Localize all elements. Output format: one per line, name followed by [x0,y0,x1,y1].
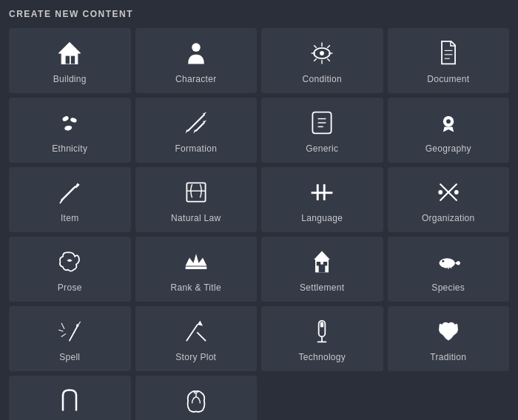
svg-line-32 [61,187,75,200]
card-natural-law[interactable]: Natural Law [135,167,258,232]
card-ethnicity[interactable]: Ethnicity [9,98,131,163]
settlement-icon [309,248,335,282]
svg-rect-2 [71,56,75,64]
vehicle-icon [56,387,83,420]
generic-icon [309,109,335,143]
svg-marker-33 [75,183,79,188]
tradition-icon [435,318,462,352]
card-technology[interactable]: Technology [261,306,383,371]
svg-line-11 [314,45,317,48]
card-story-plot[interactable]: Story Plot [135,306,258,371]
condition-label: Condition [303,74,342,84]
species-icon [435,248,462,282]
geography-label: Geography [426,143,471,154]
tradition-label: Tradition [430,352,466,362]
card-building[interactable]: Building [9,28,131,93]
card-item[interactable]: Item [9,167,131,232]
card-species[interactable]: Species [388,237,510,302]
spell-label: Spell [59,352,80,362]
svg-point-42 [438,190,443,194]
card-prose[interactable]: Prose [9,237,131,302]
document-label: Document [427,74,469,84]
svg-line-60 [198,333,206,341]
svg-line-52 [70,326,78,341]
building-icon [56,40,83,74]
organization-icon [435,179,462,213]
language-icon [309,179,335,213]
svg-line-57 [61,334,65,337]
svg-line-55 [61,323,64,328]
svg-line-12 [327,58,330,61]
character-label: Character [175,74,216,84]
card-generic[interactable]: Generic [261,98,383,163]
svg-point-43 [454,190,459,194]
item-icon [56,179,83,213]
card-formation[interactable]: Formation [135,98,258,163]
svg-point-20 [64,125,73,131]
technology-icon [309,318,335,352]
svg-point-19 [70,117,78,123]
svg-point-31 [446,119,451,123]
rpg-report-icon [183,387,209,420]
card-character[interactable]: Character [135,28,258,93]
svg-line-13 [327,45,330,48]
card-settlement[interactable]: Settlement [261,237,383,302]
svg-point-18 [62,115,70,122]
ethnicity-icon [56,109,83,143]
svg-rect-49 [323,262,327,265]
technology-label: Technology [298,352,346,362]
svg-marker-59 [198,321,203,326]
document-icon [435,40,462,74]
rank-title-label: Rank & Title [171,282,221,293]
svg-rect-39 [323,184,326,200]
card-language[interactable]: Language [261,167,383,232]
character-icon [183,40,209,74]
svg-line-58 [186,325,197,341]
card-condition[interactable]: Condition [261,28,383,93]
geography-icon [435,109,462,143]
svg-line-21 [188,115,204,131]
card-rank-title[interactable]: Rank & Title [135,237,258,302]
formation-label: Formation [175,143,217,154]
formation-icon [183,109,209,143]
svg-point-4 [192,43,201,52]
story-plot-icon [183,318,209,352]
content-grid: BuildingCharacterConditionDocumentEthnic… [9,28,509,420]
svg-rect-48 [317,262,320,265]
card-document[interactable]: Document [388,28,510,93]
natural-law-icon [183,179,209,213]
card-rpg-report[interactable]: RPG Report [135,376,258,420]
item-label: Item [61,213,79,223]
svg-line-22 [196,123,204,131]
prose-icon [56,248,83,282]
natural-law-label: Natural Law [171,213,221,223]
organization-label: Organization [422,213,475,223]
svg-rect-62 [320,322,323,327]
svg-rect-1 [66,56,70,64]
svg-rect-38 [312,192,333,194]
svg-rect-44 [185,266,206,269]
card-vehicle[interactable]: Vehicle [9,376,131,420]
condition-icon [309,40,335,74]
card-spell[interactable]: Spell [9,306,131,371]
card-organization[interactable]: Organization [388,167,510,232]
building-label: Building [53,74,87,84]
svg-point-51 [442,260,444,262]
svg-line-56 [59,330,63,331]
settlement-label: Settlement [300,282,344,293]
language-label: Language [301,213,343,223]
page-title: CREATE NEW CONTENT [9,9,509,19]
rank-title-icon [183,248,209,282]
card-tradition[interactable]: Tradition [388,306,510,371]
svg-line-14 [314,58,317,61]
prose-label: Prose [58,282,82,293]
species-label: Species [431,282,465,293]
generic-label: Generic [306,143,338,154]
ethnicity-label: Ethnicity [52,143,87,154]
spell-icon [56,318,83,352]
svg-rect-35 [186,183,205,201]
svg-marker-46 [314,251,330,260]
card-geography[interactable]: Geography [388,98,510,163]
story-plot-label: Story Plot [175,352,216,362]
svg-point-50 [439,258,455,268]
